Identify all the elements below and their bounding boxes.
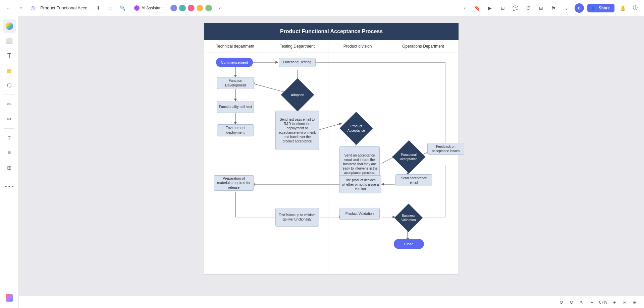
avatar-4 <box>196 4 204 12</box>
bottom-bar: ↺ ↻ ↖ − 67% + ⊡ ⊞ <box>19 296 644 308</box>
chevron-down-button[interactable]: ⌄ <box>562 3 571 13</box>
share-icon: 👥 <box>592 6 597 10</box>
node-function-development[interactable]: Function Development <box>217 77 254 89</box>
share-button[interactable]: 👥 Share <box>587 4 614 12</box>
sidebar-item-shape[interactable]: ⬡ <box>3 78 16 92</box>
node-environment-deployment[interactable]: Environment deployment <box>217 124 254 136</box>
sidebar-item-text2[interactable]: T <box>3 131 16 145</box>
expand-button[interactable]: › <box>460 3 469 13</box>
node-functional-acceptance[interactable]: Functional acceptance <box>395 143 422 170</box>
fit-button[interactable]: ⊡ <box>621 298 629 306</box>
node-commencement[interactable]: Commencement <box>216 58 253 67</box>
flag-button[interactable]: ⚑ <box>549 3 558 13</box>
functional-acceptance-diamond-shape <box>392 140 426 174</box>
undo-button[interactable]: ↺ <box>557 298 566 306</box>
doc-title: Product Functional Acce... <box>40 5 91 10</box>
search-button[interactable]: 🔍 <box>118 3 127 13</box>
download-button[interactable]: ⬇ <box>94 3 103 13</box>
collapse-button[interactable]: ‹ <box>215 3 225 13</box>
col-header-product: Product division <box>328 40 387 53</box>
collab-avatars <box>170 4 213 12</box>
comment-button[interactable]: 💬 <box>511 3 520 13</box>
node-product-decides[interactable]: The product decides whether or not to is… <box>339 175 381 193</box>
panel-button[interactable]: ⊞ <box>631 298 639 306</box>
canvas-area[interactable]: Product Functional Acceptance Process Te… <box>19 16 644 296</box>
note-icon: ◼ <box>6 66 12 74</box>
sidebar-bottom <box>3 291 16 305</box>
node-product-validation[interactable]: Product Validation <box>339 208 380 220</box>
menu-button[interactable]: ≡ <box>16 3 25 13</box>
sidebar-item-pen[interactable]: ✏ <box>3 98 16 111</box>
redo-button[interactable]: ↻ <box>568 298 576 306</box>
sidebar-item-scissors[interactable]: ✂ <box>3 112 16 126</box>
sidebar-item-list[interactable]: ≡ <box>3 146 16 160</box>
diagram-header: Product Functional Acceptance Process <box>204 23 459 40</box>
frame-icon: ⬜ <box>6 38 13 44</box>
pointer-button[interactable]: ↖ <box>578 298 586 306</box>
node-functional-testing[interactable]: Functional Testing <box>279 58 316 67</box>
avatar-1 <box>170 4 178 12</box>
zoom-level: 67% <box>598 300 608 305</box>
list-icon: ≡ <box>8 150 11 156</box>
zoom-controls: ↺ ↻ ↖ − 67% + ⊡ ⊞ <box>557 298 639 306</box>
sidebar-divider-1 <box>4 95 14 95</box>
node-product-acceptance[interactable]: Product Acceptance <box>343 115 370 142</box>
toolbar-right: › 🔖 ▶ ⊡ 💬 ⏱ ⊞ ⚑ ⌄ B 👥 Share 🔔 ⓘ <box>460 3 640 13</box>
palette-icon <box>6 22 13 30</box>
help-button[interactable]: ⓘ <box>631 3 640 13</box>
sidebar-item-more[interactable]: • • • <box>3 180 16 193</box>
ai-assistant-button[interactable]: AI Assistant <box>130 4 167 12</box>
node-adoption[interactable]: Adoption <box>286 83 309 107</box>
user-avatar[interactable]: B <box>575 3 584 13</box>
diagram-container: Product Functional Acceptance Process Te… <box>204 23 459 274</box>
table-icon: ⊞ <box>7 165 11 171</box>
timer-button[interactable]: ⏱ <box>524 3 533 13</box>
grid-button[interactable]: ⊞ <box>536 3 546 13</box>
more-icon: • • • <box>5 184 14 190</box>
node-send-test-pass[interactable]: Send test pass email to R&D to inform th… <box>275 111 319 150</box>
notification-button[interactable]: 🔔 <box>618 3 627 13</box>
col-header-operations: Operations Department <box>387 40 459 53</box>
node-test-follow-up[interactable]: Test follow-up to validate go-live funct… <box>275 208 319 227</box>
node-feedback-acceptance[interactable]: Feedback on acceptance issues <box>427 143 464 155</box>
sidebar-item-frame[interactable]: ⬜ <box>3 34 16 48</box>
sidebar-item-table[interactable]: ⊞ <box>3 161 16 174</box>
business-validation-diamond-shape <box>394 204 423 232</box>
zoom-in-button[interactable]: + <box>610 298 619 306</box>
bookmark-button[interactable]: 🔖 <box>473 3 482 13</box>
tag-button[interactable]: ◇ <box>106 3 115 13</box>
pen-icon: ✏ <box>7 101 11 108</box>
sidebar-item-note[interactable]: ◼ <box>3 64 16 77</box>
ai-label: AI Assistant <box>142 6 163 10</box>
shape-icon: ⬡ <box>7 82 12 88</box>
present-button[interactable]: ⊡ <box>498 3 507 13</box>
node-business-validation[interactable]: Business Validation <box>396 205 421 230</box>
diagram-title: Product Functional Acceptance Process <box>280 28 383 34</box>
avatar-5 <box>205 4 213 12</box>
left-sidebar: ⬜ T ◼ ⬡ ✏ ✂ T ≡ ⊞ • • • <box>0 16 19 308</box>
avatar-2 <box>178 4 186 12</box>
node-preparation-materials[interactable]: Preparation of materials required for re… <box>214 175 254 191</box>
text2-icon: T <box>8 135 11 141</box>
grid-icon <box>6 294 13 302</box>
sidebar-item-grid[interactable] <box>3 291 16 305</box>
col-header-technical: Technical department <box>204 40 266 53</box>
text-icon: T <box>7 52 11 59</box>
node-send-acceptance-email[interactable]: Send acceptance email <box>395 174 432 186</box>
zoom-out-button[interactable]: − <box>588 298 596 306</box>
node-close[interactable]: Close <box>394 239 424 249</box>
sidebar-item-palette[interactable] <box>3 19 16 33</box>
logo-icon: ◎ <box>28 3 38 13</box>
sidebar-divider-2 <box>4 128 14 129</box>
scissors-icon: ✂ <box>7 116 11 122</box>
toolbar: ← ≡ ◎ Product Functional Acce... ⬇ ◇ 🔍 A… <box>0 0 644 16</box>
back-button[interactable]: ← <box>4 3 13 13</box>
flow-area: Commencement Function Development Functi… <box>204 53 459 274</box>
adoption-diamond-shape <box>281 78 314 112</box>
col-header-testing: Testing Department <box>266 40 328 53</box>
sidebar-item-text[interactable]: T <box>3 49 16 62</box>
ai-icon <box>134 5 140 11</box>
node-functionality-self-test[interactable]: Functionality self-test <box>217 101 254 113</box>
avatar-3 <box>187 4 195 12</box>
play-button[interactable]: ▶ <box>485 3 495 13</box>
